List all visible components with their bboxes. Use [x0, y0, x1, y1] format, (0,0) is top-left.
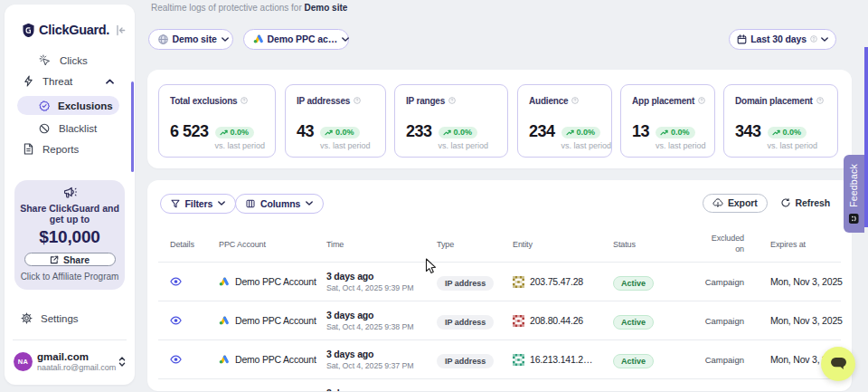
excluded-on-cell: Campaign [689, 277, 744, 287]
chevron-down-icon [306, 201, 313, 206]
eye-icon[interactable] [170, 355, 219, 364]
entity-identicon [513, 354, 524, 366]
ppc-account-cell: Demo PPC Account [219, 354, 326, 365]
details-cell [158, 316, 219, 325]
status-badge: Active [613, 276, 654, 291]
stat-value: 234 [529, 123, 555, 140]
stat-label: App placement [632, 96, 694, 106]
chevron-up-icon[interactable] [106, 79, 114, 84]
badge-check-icon [39, 100, 50, 111]
help-circle-icon[interactable] [698, 97, 705, 104]
sidebar-item-reports[interactable]: Reports [24, 139, 79, 158]
sidebar-item-clicks[interactable]: Clicks [39, 51, 88, 70]
sidebar-item-exclusions[interactable]: Exclusions [17, 96, 119, 115]
sidebar-collapse-icon[interactable] [115, 24, 127, 36]
column-header-type[interactable]: Type [437, 240, 513, 249]
site-selector[interactable]: Demo site [148, 29, 233, 50]
help-circle-icon[interactable] [241, 97, 248, 104]
table-row: Demo PPC Account 3 days ago Sat, Oct 4, … [158, 340, 841, 379]
stat-label: IP ranges [406, 96, 445, 106]
column-header-excluded-on[interactable]: Excluded on [689, 234, 744, 254]
time-relative: 3 days ago [326, 310, 437, 321]
share-text-line2: get up to [14, 214, 125, 225]
eye-icon[interactable] [170, 277, 219, 286]
column-header-status[interactable]: Status [613, 240, 689, 249]
entity-identicon [513, 276, 524, 288]
type-cell: IP address [437, 312, 513, 330]
sidebar-divider [13, 339, 127, 340]
chat-launcher-button[interactable] [821, 347, 855, 381]
sidebar-item-blacklist[interactable]: Blacklist [39, 119, 97, 138]
time-full: Sat, Oct 4, 2025 9:37 PM [326, 360, 437, 371]
column-header-ppc-account[interactable]: PPC Account [219, 240, 326, 249]
sidebar-scrollbar-thumb[interactable] [131, 81, 134, 172]
share-button[interactable]: Share [24, 253, 116, 266]
table-header-row: Details PPC Account Time Type Entity Sta… [158, 226, 841, 263]
stat-value: 6 523 [170, 123, 209, 140]
export-button[interactable]: Export [703, 194, 768, 213]
type-badge: IP address [437, 315, 494, 330]
time-cell: 3 days ago [326, 379, 437, 391]
sidebar: ClickGuard. Clicks Threat [5, 5, 135, 385]
feedback-smiley-icon [849, 214, 859, 224]
table-row: Demo PPC Account 3 days ago Sat, Oct 4, … [158, 263, 841, 301]
sidebar-item-settings[interactable]: Settings [21, 312, 79, 324]
share-text-line1: Share ClickGuard and [14, 203, 125, 214]
help-circle-icon[interactable] [816, 97, 824, 104]
time-full: Sat, Oct 4, 2025 9:39 PM [326, 282, 437, 293]
globe-icon [158, 34, 168, 44]
refresh-button[interactable]: Refresh [781, 197, 830, 208]
bolt-icon [24, 75, 33, 87]
trending-up-icon [220, 129, 228, 136]
help-circle-icon[interactable] [448, 97, 456, 104]
help-circle-icon[interactable] [354, 97, 361, 104]
brand-name: ClickGuard. [39, 23, 109, 37]
columns-icon [246, 199, 255, 208]
time-full: Sat, Oct 4, 2025 9:38 PM [326, 321, 437, 332]
megaphone-icon [63, 186, 76, 198]
refresh-icon [781, 198, 790, 207]
stat-caption: vs. last period [439, 141, 489, 150]
help-circle-icon[interactable] [571, 97, 579, 104]
excluded-on-cell: Campaign [689, 316, 744, 326]
feedback-tab[interactable]: Feedback [844, 155, 864, 233]
column-header-time[interactable]: Time [326, 240, 437, 249]
trending-up-icon [325, 129, 333, 136]
stat-change-badge: 0.0% [656, 127, 695, 139]
avatar: NA [14, 352, 33, 371]
stat-value: 43 [297, 123, 314, 140]
time-cell: 3 days ago Sat, Oct 4, 2025 9:38 PM [326, 301, 437, 332]
details-cell [158, 355, 219, 364]
sidebar-item-threat[interactable]: Threat [24, 72, 114, 91]
stat-caption: vs. last period [656, 141, 706, 150]
stat-card-ip-addresses: IP addresses 43 0.0% vs. last period [285, 84, 386, 158]
page-scrollbar-thumb[interactable] [864, 47, 868, 227]
stat-card-ip-ranges: IP ranges 233 0.0% vs. last period [394, 84, 508, 158]
column-header-entity[interactable]: Entity [513, 240, 613, 249]
columns-button-label: Columns [260, 198, 300, 209]
ppc-account-name: Demo PPC Account [235, 276, 316, 287]
brand-logo[interactable]: ClickGuard. [23, 21, 124, 39]
status-cell: Active [613, 351, 689, 368]
time-relative: 3 days ago [326, 387, 437, 391]
chat-bubble-icon [830, 357, 847, 371]
stat-change-badge: 0.0% [215, 127, 255, 139]
account-switcher[interactable]: NA gmail.com naatali.ro@gmail.com [14, 352, 126, 372]
affiliate-program-link[interactable]: Click to Affiliate Program [14, 272, 125, 282]
date-range-selector[interactable]: Last 30 days [729, 29, 836, 50]
cursor-click-icon [39, 54, 51, 66]
stat-label: IP addresses [297, 96, 350, 106]
excluded-on-cell: Campaign [689, 355, 744, 365]
ppc-account-cell: Demo PPC Account [219, 315, 326, 326]
filters-button[interactable]: Filters [160, 194, 237, 214]
time-relative: 3 days ago [326, 349, 437, 360]
column-header-details[interactable]: Details [158, 240, 219, 249]
stat-label: Audience [529, 96, 568, 106]
eye-icon[interactable] [170, 316, 219, 325]
filters-button-label: Filters [185, 198, 213, 209]
stat-caption: vs. last period [320, 141, 371, 150]
ppc-account-selector[interactable]: Demo PPC ac… [243, 29, 349, 50]
columns-button[interactable]: Columns [235, 194, 324, 214]
column-header-expires-at[interactable]: Expires at [744, 240, 841, 249]
sidebar-item-label: Clicks [60, 55, 88, 66]
